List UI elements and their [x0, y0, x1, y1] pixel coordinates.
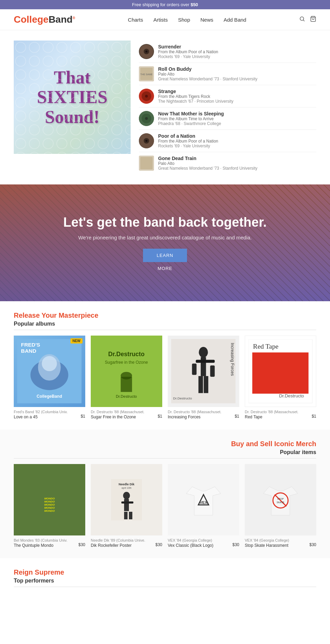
- svg-point-13: [145, 95, 148, 98]
- svg-text:Sugarfree in the Ozone: Sugarfree in the Ozone: [105, 360, 148, 365]
- svg-rect-39: [196, 360, 215, 363]
- svg-line-1: [303, 20, 304, 21]
- svg-point-0: [300, 17, 304, 21]
- merch-name-price: Vex Classic (Black Logo) $30: [168, 542, 239, 548]
- svg-rect-61: [129, 512, 132, 519]
- merch-name: The Quintuple Mondo: [14, 543, 53, 548]
- logo-dot: ®: [73, 16, 75, 20]
- svg-point-58: [123, 492, 130, 499]
- album-price: $1: [312, 414, 316, 419]
- track-title: Roll On Buddy: [158, 66, 316, 72]
- hero-banner-content: Let's get the band back together. We're …: [63, 215, 267, 271]
- album-name: Red Tape: [245, 415, 262, 419]
- merch-price: $30: [78, 542, 85, 547]
- nav-add-band[interactable]: Add Band: [224, 17, 246, 23]
- merch-art-stopskate: STOP SKATE: [262, 483, 299, 517]
- track-item[interactable]: Poor of a Nation From the Album Poor of …: [139, 130, 316, 152]
- svg-rect-60: [121, 501, 133, 504]
- album-cover: Dr.Destructo Sugarfree in the Ozone Dr.D…: [91, 336, 162, 407]
- svg-rect-40: [192, 364, 197, 375]
- album-name-price: Sugar Free in the Ozone $1: [91, 414, 162, 419]
- svg-point-37: [199, 347, 208, 358]
- search-button[interactable]: [299, 16, 305, 24]
- track-info: Poor of a Nation From the Album Poor of …: [158, 133, 316, 148]
- track-item[interactable]: THE SAME Roll On Buddy Palo Alto Great N…: [139, 63, 316, 85]
- track-info: Roll On Buddy Palo Alto Great Nameless W…: [158, 66, 316, 81]
- svg-rect-21: [140, 157, 153, 169]
- album-name-price: Red Tape $1: [245, 414, 316, 419]
- merch-card[interactable]: MONDO MONDO MONDO MONDO MONDO Bel Mondes…: [14, 464, 85, 548]
- svg-text:Dr.Destructo: Dr.Destructo: [116, 394, 137, 398]
- merch-name-price: Dik Rockefeller Poster $30: [91, 542, 162, 548]
- track-info: Gone Dead Train Palo Alto Great Nameless…: [158, 156, 316, 171]
- track-item[interactable]: Strange From the Album Tigers Rock The N…: [139, 85, 316, 108]
- merch-card[interactable]: STOP SKATE VEX '84 (Georgia College) Sto…: [245, 464, 316, 548]
- album-card[interactable]: NEW CollegeBand FRED'S BAND Fred's Band …: [14, 336, 85, 419]
- logo-college: College: [14, 14, 48, 25]
- banner-text: Free shipping for orders over: [132, 2, 191, 7]
- learn-button[interactable]: LEARN: [143, 249, 187, 262]
- track-item[interactable]: Surrender From the Album Poor of a Natio…: [139, 41, 316, 63]
- svg-rect-59: [124, 499, 129, 511]
- svg-text:SKATE: SKATE: [277, 501, 285, 504]
- merch-art-mondo: MONDO MONDO MONDO MONDO MONDO: [32, 484, 67, 515]
- merch-card[interactable]: Needle Dik april 10th Needle Dik '89 (Co…: [91, 464, 162, 548]
- logo[interactable]: CollegeBand®: [14, 14, 75, 25]
- merch-price: $30: [155, 542, 162, 547]
- track-artist: Rockets '69 · Yale University: [158, 144, 316, 148]
- svg-text:BAND: BAND: [21, 348, 36, 354]
- album-name-price: Increasing Forces $1: [168, 414, 239, 419]
- svg-point-7: [145, 50, 147, 53]
- track-album: From the Album Poor of a Nation: [158, 49, 316, 54]
- album-card[interactable]: Increasing Forces Dr.Destructo Dr. Destr…: [168, 336, 239, 419]
- merch-subtitle: Popular items: [14, 449, 316, 459]
- album-card[interactable]: Dr.Destructo Sugarfree in the Ozone Dr.D…: [91, 336, 162, 419]
- svg-rect-42: [199, 376, 203, 393]
- track-info: Now That Mother is Sleeping From the Alb…: [158, 111, 316, 126]
- hero-banner-subtext: We're pioneering the last great undiscov…: [63, 235, 267, 240]
- track-title: Poor of a Nation: [158, 133, 316, 139]
- track-thumbnail: [139, 133, 154, 148]
- hero-section: That SIXTIES Sound! Surrender From the A…: [0, 30, 330, 184]
- album-cover: Red Tape Dr.Destructo: [245, 336, 316, 407]
- svg-point-25: [42, 356, 57, 371]
- svg-point-16: [145, 117, 148, 120]
- merch-card[interactable]: VEX VEX '84 (Georgia College) Vex Classi…: [168, 464, 239, 548]
- album-art-fredsband: CollegeBand FRED'S BAND: [17, 339, 81, 403]
- hero-banner: Let's get the band back together. We're …: [0, 184, 330, 301]
- album-art-sugarfree: Dr.Destructo Sugarfree in the Ozone Dr.D…: [94, 339, 158, 403]
- albums-grid: NEW CollegeBand FRED'S BAND Fred's Band …: [14, 336, 316, 419]
- more-button[interactable]: MORE: [158, 266, 173, 271]
- album-name-price: Love on a 45 $1: [14, 414, 85, 419]
- nav-shop[interactable]: Shop: [178, 17, 190, 23]
- merch-image: STOP SKATE: [245, 464, 316, 535]
- svg-rect-62: [124, 512, 128, 519]
- svg-text:MONDO: MONDO: [44, 506, 55, 509]
- track-thumbnail: THE SAME: [139, 66, 154, 81]
- album-card[interactable]: Red Tape Dr.Destructo Dr. Destructo '88 …: [245, 336, 316, 419]
- svg-text:april 10th: april 10th: [122, 487, 132, 489]
- album-price: $1: [81, 414, 85, 419]
- cart-icon: [310, 16, 316, 22]
- merch-name: Dik Rockefeller Poster: [91, 543, 132, 548]
- tracklist: Surrender From the Album Poor of a Natio…: [139, 41, 316, 174]
- merch-meta: Needle Dik '89 (Columbia Unive.: [91, 538, 162, 542]
- svg-text:STOP: STOP: [277, 498, 284, 500]
- nav-news[interactable]: News: [200, 17, 213, 23]
- nav-artists[interactable]: Artists: [153, 17, 168, 23]
- nav-charts[interactable]: Charts: [128, 17, 143, 23]
- track-item[interactable]: Gone Dead Train Palo Alto Great Nameless…: [139, 152, 316, 174]
- track-item[interactable]: Now That Mother is Sleeping From the Alb…: [139, 108, 316, 130]
- track-thumbnail: [139, 156, 154, 171]
- track-title: Surrender: [158, 44, 316, 49]
- svg-text:MONDO: MONDO: [44, 503, 55, 506]
- svg-rect-29: [94, 339, 158, 403]
- track-artist: Great Nameless Wonderband '73 · Stanford…: [158, 77, 316, 81]
- merch-art-vex: VEX: [185, 483, 222, 517]
- logo-band: Band: [48, 14, 73, 25]
- main-nav: Charts Artists Shop News Add Band: [128, 17, 246, 23]
- hero-pattern: [14, 41, 131, 154]
- track-album: From the Album Tigers Rock: [158, 94, 316, 99]
- album-meta: Dr. Destructo '88 (Massachuset.: [168, 410, 239, 414]
- cart-button[interactable]: [310, 16, 316, 24]
